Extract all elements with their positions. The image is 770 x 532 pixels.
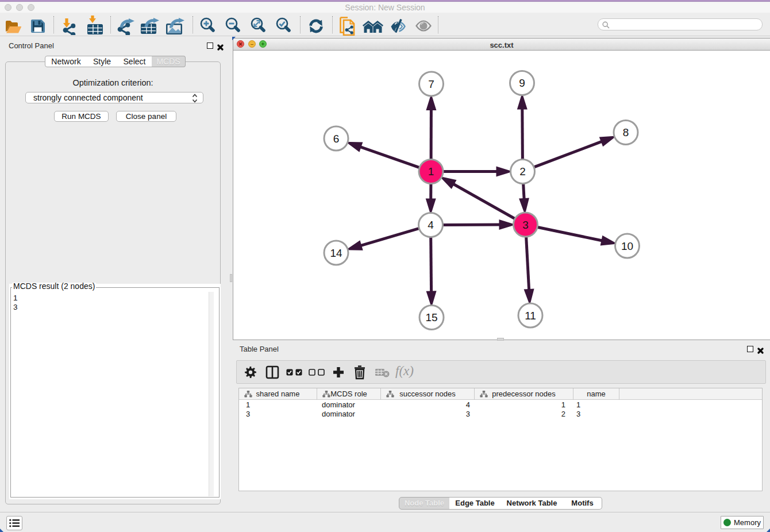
svg-text:6: 6 [333, 133, 340, 145]
svg-text:15: 15 [425, 311, 437, 323]
svg-text:14: 14 [330, 247, 342, 259]
svg-text:3: 3 [522, 219, 529, 231]
svg-text:4: 4 [428, 219, 434, 231]
svg-text:1: 1 [428, 165, 434, 178]
svg-text:2: 2 [519, 165, 526, 178]
svg-text:11: 11 [525, 310, 536, 322]
svg-text:9: 9 [519, 77, 525, 89]
svg-text:8: 8 [623, 126, 629, 138]
svg-text:10: 10 [621, 240, 633, 252]
svg-text:7: 7 [428, 78, 434, 90]
